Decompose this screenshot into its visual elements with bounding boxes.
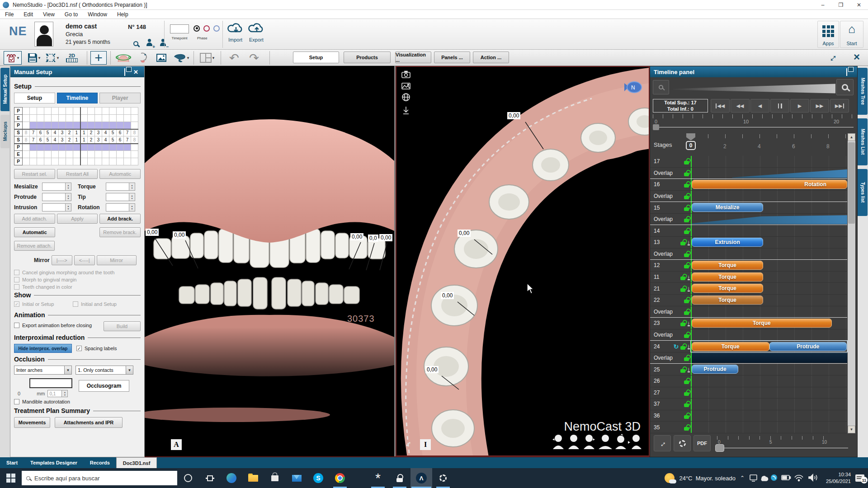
- taskbar-icon-snow[interactable]: *: [367, 468, 389, 488]
- restart-button-restart-sel-[interactable]: Restart sel.: [14, 169, 55, 179]
- lock-icon[interactable]: [684, 216, 690, 222]
- tooth-cell[interactable]: 7: [30, 136, 37, 144]
- side-tab-meshes-tree[interactable]: Meshes Tree: [858, 68, 868, 115]
- stage-track[interactable]: [691, 352, 847, 364]
- timeline-row-15[interactable]: 15Mesialize: [650, 202, 847, 214]
- tooth-cell[interactable]: [30, 108, 37, 115]
- tooth-cell[interactable]: [109, 122, 117, 129]
- stage-track[interactable]: [691, 387, 847, 399]
- tooth-cell[interactable]: 2: [66, 129, 73, 136]
- tooth-cell[interactable]: [131, 151, 138, 158]
- tooth-cell[interactable]: 7: [30, 129, 37, 136]
- stage-zoom-ruler[interactable]: 0 5 10: [717, 435, 853, 451]
- field-spinner-mesialize[interactable]: ▲▼: [66, 183, 71, 191]
- movement-bar-torque[interactable]: Torque: [692, 296, 763, 305]
- field-spinner-protrude[interactable]: ▲▼: [66, 193, 71, 201]
- movement-bar-protrude[interactable]: Protrude: [692, 365, 738, 374]
- movements-button[interactable]: Movements: [14, 417, 50, 428]
- lock-icon[interactable]: [684, 309, 690, 315]
- tooth-cell[interactable]: [109, 158, 117, 165]
- tooth-cell[interactable]: [102, 151, 109, 158]
- tooth-cell[interactable]: [131, 122, 138, 129]
- tooth-cell[interactable]: [73, 115, 80, 122]
- movement-bar-torque[interactable]: Torque: [692, 342, 769, 351]
- tooth-cell[interactable]: 8: [131, 136, 138, 144]
- timeline-row-overlap[interactable]: Overlap: [650, 329, 847, 341]
- lock-icon[interactable]: [684, 158, 690, 164]
- tooth-cell[interactable]: [59, 151, 66, 158]
- tooth-cell[interactable]: 6: [117, 129, 124, 136]
- windows-start-icon[interactable]: [0, 468, 22, 488]
- tooth-cell[interactable]: 6: [37, 129, 44, 136]
- doc-tab-doc3d1-nsf[interactable]: Doc3D1.nsf: [116, 457, 157, 468]
- tooth-cell[interactable]: 4: [102, 129, 109, 136]
- doc-tab-records[interactable]: Records: [84, 457, 116, 468]
- timeline-row-13[interactable]: 13↓Extrusion: [650, 237, 847, 249]
- tooth-cell[interactable]: [131, 158, 138, 165]
- tooth-cell[interactable]: [44, 122, 52, 129]
- close-document-icon[interactable]: ×: [854, 51, 860, 63]
- occlusion-mode-select[interactable]: Inter arches▼: [14, 366, 72, 375]
- tooth-cell[interactable]: [95, 158, 102, 165]
- tooth-cell[interactable]: [37, 122, 44, 129]
- checkbox-cancel-gingiva-morphing[interactable]: Cancel gingiva morphing around the tooth: [14, 270, 141, 275]
- tooth-cell[interactable]: 8: [23, 129, 30, 136]
- taskbar-icon-gearw[interactable]: [432, 468, 454, 488]
- float-panel-icon[interactable]: [124, 69, 131, 75]
- restart-button-restart-all[interactable]: Restart All: [57, 169, 98, 179]
- tooth-cell[interactable]: [23, 122, 30, 129]
- close-panel-icon[interactable]: ✕: [133, 69, 140, 75]
- taskbar-icon-mail[interactable]: [286, 468, 307, 488]
- stage-track[interactable]: Torque: [691, 318, 847, 329]
- lasso-select-icon[interactable]: ▾: [171, 51, 191, 65]
- image-icon[interactable]: [153, 51, 170, 65]
- occlusogram-button[interactable]: Occlusogram: [79, 380, 129, 392]
- tooth-cell[interactable]: 1: [73, 136, 80, 144]
- stage-track[interactable]: Torque: [691, 272, 847, 283]
- movement-bar-extrusion[interactable]: Extrusion: [692, 238, 763, 247]
- tooth-cell[interactable]: [73, 151, 80, 158]
- checkbox-morph-to-gingival[interactable]: Morph to gingival margin: [14, 277, 141, 282]
- view-orientation-silhouettes[interactable]: [552, 434, 642, 451]
- spacing-labels-checkbox[interactable]: ✓Spacing labels: [76, 346, 117, 351]
- 2d-measure-icon[interactable]: 2D: [62, 51, 81, 65]
- tooth-cell[interactable]: [66, 115, 73, 122]
- tooth-cell[interactable]: [30, 115, 37, 122]
- stage-track[interactable]: Torque: [691, 295, 847, 306]
- skip-start-button[interactable]: ◀◀: [711, 99, 730, 113]
- arch-analysis-icon[interactable]: [114, 51, 133, 65]
- step-back-button[interactable]: ◀: [750, 99, 769, 113]
- weather-icon[interactable]: [665, 473, 675, 483]
- tooth-cell[interactable]: [95, 144, 102, 151]
- field-input-intrusion[interactable]: [42, 203, 66, 211]
- skip-end-button[interactable]: ▶▶: [830, 99, 849, 113]
- phase-radio-3[interactable]: [213, 25, 220, 32]
- tooth-cell[interactable]: 3: [59, 136, 66, 144]
- download-icon[interactable]: ↓: [688, 239, 690, 245]
- viewport-occlusal[interactable]: N ↔ I NemoCast 3D 0,000,000,000,00: [396, 66, 650, 456]
- tooth-cell[interactable]: 8: [131, 129, 138, 136]
- download-icon[interactable]: ↓: [688, 274, 690, 280]
- add-attach-button[interactable]: Add attach.: [14, 214, 55, 224]
- undo-icon[interactable]: ↶: [225, 51, 243, 65]
- stage-track[interactable]: TorqueProtrude: [691, 341, 847, 352]
- mirror-left-button[interactable]: <----|: [74, 255, 95, 265]
- tooth-cell[interactable]: 4: [52, 136, 59, 144]
- automatic-button[interactable]: Automatic: [14, 227, 55, 237]
- taskbar-icon-taskview[interactable]: [199, 468, 221, 488]
- menu-item-file[interactable]: File: [0, 11, 19, 18]
- movement-bar-torque[interactable]: Torque: [692, 272, 763, 282]
- occlusion-step-input[interactable]: 0,1: [47, 390, 62, 397]
- viewport-frontal[interactable]: 30373 A 0,000,000,000,00,00: [145, 66, 394, 456]
- menu-item-window[interactable]: Window: [83, 11, 112, 18]
- setup-tab-player[interactable]: Player: [99, 93, 141, 103]
- lock-icon[interactable]: [684, 389, 690, 396]
- lock-icon[interactable]: [684, 170, 690, 176]
- tooth-cell[interactable]: [23, 108, 30, 115]
- layout-panels-icon[interactable]: ▾: [197, 51, 217, 65]
- tray-status-icons[interactable]: [749, 473, 821, 483]
- tooth-cell[interactable]: [88, 151, 95, 158]
- download-icon[interactable]: ↓: [688, 286, 690, 291]
- field-input-rotation[interactable]: [106, 203, 129, 211]
- checkbox-teeth-changed-in[interactable]: Teeth changed in color: [14, 284, 141, 290]
